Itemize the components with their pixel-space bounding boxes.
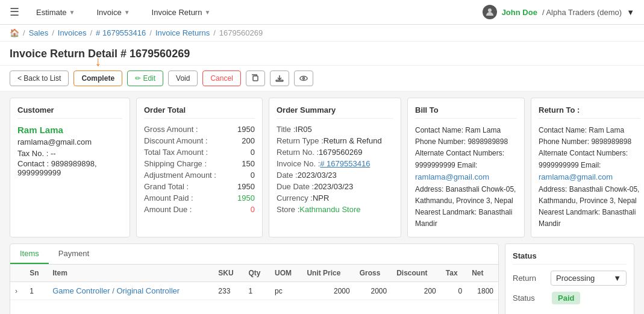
title-row: Title :IR05 — [277, 125, 393, 134]
col-uom: UOM — [270, 265, 302, 282]
cell-sn: 1 — [25, 282, 48, 300]
cell-unit-price: 2000 — [302, 282, 354, 300]
col-unit-price: Unit Price — [302, 265, 354, 282]
main-content: Customer Ram Lama ramlama@gmail.com Tax … — [0, 92, 644, 243]
breadcrumb-separator: / — [23, 28, 25, 37]
items-panel: Items Payment Sn Item SKU Qty UOM Unit P… — [10, 243, 499, 314]
col-item: Item — [48, 265, 213, 282]
chevron-down-icon: ▼ — [69, 9, 75, 16]
breadcrumb-invoice-number[interactable]: # 1679553416 — [96, 28, 146, 37]
table-row: › 1 Game Controller / Original Controlle… — [10, 282, 498, 300]
breadcrumb-sales[interactable]: Sales — [29, 28, 49, 37]
date-row: Date :2023/03/23 — [277, 171, 393, 180]
svg-rect-1 — [253, 76, 258, 81]
page-title: Invoice Return Detail # 1679560269 — [10, 48, 634, 60]
action-bar: < Back to List ↓ Complete ✏ Edit Void Ca… — [0, 66, 644, 92]
svg-point-4 — [302, 78, 304, 80]
cell-gross: 2000 — [355, 282, 392, 300]
cell-net: 1800 — [467, 282, 498, 300]
return-to-title: Return To : — [539, 105, 640, 119]
return-no-row: Return No. :1679560269 — [277, 148, 393, 157]
adjustment-row: Adjustment Amount : 0 — [144, 171, 255, 180]
col-qty: Qty — [243, 265, 270, 282]
bill-to-card: Bill To Contact Name: Ram Lama Phone Num… — [407, 98, 525, 237]
chevron-down-icon: ▼ — [124, 9, 130, 16]
customer-tax: Tax No. : -- — [17, 149, 122, 158]
item-link[interactable]: Game Controller / Original Controller — [52, 286, 180, 295]
tab-payment[interactable]: Payment — [49, 244, 99, 264]
bottom-return-label: Return — [513, 274, 545, 283]
col-gross: Gross — [355, 265, 392, 282]
customer-contact: Contact : 9898989898, 9999999999 — [17, 159, 122, 177]
bottom-status-row: Status Paid — [513, 292, 627, 304]
invoice-no-row: Invoice No. :# 1679553416 — [277, 159, 393, 168]
gross-amount-row: Gross Amount : 1950 — [144, 125, 255, 134]
chevron-down-icon: ▼ — [613, 274, 621, 283]
due-date-row: Due Date :2023/03/23 — [277, 182, 393, 191]
customer-card: Customer Ram Lama ramlama@gmail.com Tax … — [10, 98, 130, 237]
col-expand — [10, 265, 25, 282]
back-to-list-button[interactable]: < Back to List — [10, 71, 69, 86]
bottom-return-row: Return Processing ▼ — [513, 271, 627, 286]
complete-button[interactable]: Complete — [73, 71, 122, 86]
nav-estimate[interactable]: Estimate ▼ — [31, 5, 80, 19]
amount-due-row: Amount Due : 0 — [144, 205, 255, 214]
hamburger-menu[interactable]: ☰ — [10, 5, 19, 19]
nav-invoice[interactable]: Invoice ▼ — [92, 5, 134, 19]
bill-to-title: Bill To — [415, 105, 517, 119]
tab-items[interactable]: Items — [10, 244, 49, 264]
chevron-down-icon: ▼ — [204, 9, 210, 16]
items-table: Sn Item SKU Qty UOM Unit Price Gross Dis… — [10, 265, 498, 300]
order-summary-card: Order Summary Title :IR05 Return Type :R… — [269, 98, 401, 237]
bottom-status-title: Status — [513, 251, 627, 265]
bottom-paid-badge: Paid — [552, 292, 580, 304]
grand-total-row: Grand Total : 1950 — [144, 182, 255, 191]
bottom-return-select[interactable]: Processing ▼ — [551, 271, 627, 286]
breadcrumb: 🏠 / Sales / Invoices / # 1679553416 / In… — [0, 25, 644, 42]
arrow-indicator: ↓ — [95, 54, 101, 69]
user-avatar-icon — [483, 5, 497, 19]
chevron-down-icon: ▼ — [627, 8, 634, 17]
copy-button[interactable] — [246, 71, 265, 86]
cancel-button[interactable]: Cancel — [202, 71, 240, 86]
download-button[interactable] — [270, 71, 289, 86]
amount-paid-row: Amount Paid : 1950 — [144, 193, 255, 203]
svg-rect-2 — [276, 80, 283, 81]
row-expand-button[interactable]: › — [10, 282, 25, 300]
customer-name: Ram Lama — [17, 125, 122, 135]
currency-row: Currency :NPR — [277, 193, 393, 203]
breadcrumb-invoices[interactable]: Invoices — [58, 28, 87, 37]
top-navigation: ☰ Estimate ▼ Invoice ▼ Invoice Return ▼ … — [0, 0, 644, 25]
edit-button[interactable]: ✏ Edit — [127, 71, 163, 86]
bottom-status-panel: Status Return Processing ▼ Status Paid — [505, 243, 634, 314]
nav-invoice-return[interactable]: Invoice Return ▼ — [147, 5, 216, 19]
return-to-address: Contact Name: Ram Lama Phone Number: 989… — [539, 125, 640, 230]
col-discount: Discount — [392, 265, 441, 282]
cell-item: Game Controller / Original Controller — [48, 282, 213, 300]
cell-tax: 0 — [441, 282, 467, 300]
breadcrumb-current: 1679560269 — [219, 28, 263, 37]
cell-qty: 1 — [243, 282, 270, 300]
discount-amount-row: Discount Amount : 200 — [144, 136, 255, 145]
order-total-title: Order Total — [144, 105, 255, 119]
view-button[interactable] — [294, 71, 313, 86]
col-tax: Tax — [441, 265, 467, 282]
return-type-row: Return Type :Return & Refund — [277, 136, 393, 145]
cell-discount: 200 — [392, 282, 441, 300]
shipping-row: Shipping Charge : 150 — [144, 159, 255, 168]
tab-bar: Items Payment — [10, 244, 498, 265]
void-button[interactable]: Void — [168, 71, 198, 86]
svg-point-3 — [300, 77, 307, 81]
breadcrumb-invoice-returns[interactable]: Invoice Returns — [155, 28, 210, 37]
customer-email: ramlama@gmail.com — [17, 137, 122, 146]
svg-point-0 — [488, 8, 492, 12]
bottom-section: Items Payment Sn Item SKU Qty UOM Unit P… — [0, 243, 644, 314]
col-sku: SKU — [213, 265, 243, 282]
col-net: Net — [467, 265, 498, 282]
return-to-card: Return To : Contact Name: Ram Lama Phone… — [531, 98, 644, 237]
cell-sku: 233 — [213, 282, 243, 300]
user-menu[interactable]: John Doe / Alpha Traders (demo) ▼ — [483, 5, 634, 19]
store-row: Store :Kathmandu Store — [277, 205, 393, 214]
user-name: John Doe — [502, 8, 537, 17]
home-icon[interactable]: 🏠 — [10, 28, 19, 37]
